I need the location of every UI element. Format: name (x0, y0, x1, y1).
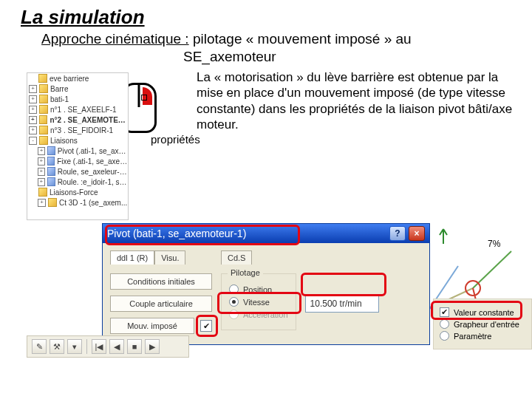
window-title: Pivot (bati-1, se_axemoteur-1) (107, 228, 386, 239)
value-source-group: ✔Valeur constante Grapheur d'entrée Para… (433, 299, 532, 349)
subtitle-line2: SE_axemoteur (183, 49, 276, 65)
pilotage-group: Pilotage Position Vitesse Accélération (221, 273, 296, 330)
help-button[interactable]: ? (389, 226, 406, 241)
pivot-properties-window: Pivot (bati-1, se_axemoteur-1) ? × ddl 1… (102, 223, 430, 345)
svg-text:7%: 7% (488, 239, 501, 249)
subtitle-rest: pilotage « mouvement imposé » au (189, 31, 412, 47)
tree-item[interactable]: +bati-1 (27, 94, 128, 104)
tree-item[interactable]: +Roule, se_axeleur-1, s... (27, 166, 128, 177)
radio-graph[interactable]: Grapheur d'entrée (440, 319, 525, 329)
tree-item[interactable]: +Roule. :e_idoir-1, se_a... (27, 177, 128, 187)
tree-item[interactable]: +n°2 . SE_AXEMOTER-1 (27, 115, 128, 125)
body-paragraph: La « motorisation » du lève barrière est… (197, 69, 514, 132)
initial-conditions-button[interactable]: Conditions initiales (110, 273, 212, 290)
joint-torque-button[interactable]: Couple articulaire (110, 296, 212, 312)
tree-item[interactable]: eve barriere (27, 73, 128, 83)
toolbar-button-4[interactable]: ◀ (109, 339, 124, 354)
window-titlebar[interactable]: Pivot (bati-1, se_axemoteur-1) ? × (103, 224, 429, 243)
tab-cds[interactable]: Cd.S (221, 250, 252, 265)
tabs: ddl 1 (R) Visu. (110, 250, 212, 265)
imposed-motion-button[interactable]: Mouv. imposé (110, 318, 194, 334)
close-button[interactable]: × (409, 226, 425, 241)
tree-item[interactable]: +Fixe (.ati-1, se_axeelf-1... (27, 156, 128, 166)
pilotage-label: Pilotage (228, 268, 263, 277)
page-title: La simulation (21, 6, 145, 29)
tree-item[interactable]: -Liaisons (27, 135, 128, 146)
toolbar-button-2[interactable]: ▾ (67, 339, 82, 354)
subtitle-underline: Approche cinématique : (41, 31, 189, 47)
highlight-const (431, 301, 522, 320)
context-menu-label: propriétés (151, 133, 200, 146)
toolbar-button-6[interactable]: ▶ (145, 339, 160, 354)
radio-param[interactable]: Paramètre (440, 331, 525, 341)
radio-param-label: Paramètre (454, 332, 491, 341)
tree-item[interactable]: +Ct 3D -1 (se_axem... (27, 197, 128, 208)
toolbar-button-1[interactable]: ⚒ (50, 339, 64, 354)
playback-toolbar: ✎⚒▾|◀◀■▶ (27, 335, 189, 358)
toolbar-button-0[interactable]: ✎ (32, 339, 47, 354)
tab-ddl[interactable]: ddl 1 (R) (110, 250, 154, 265)
toolbar-button-3[interactable]: |◀ (92, 339, 106, 354)
tree-item[interactable]: +Pivot (.ati-1, se_axenp... (27, 146, 128, 156)
radio-graph-label: Grapheur d'entrée (454, 320, 519, 329)
speed-value-field[interactable]: 10.500 tr/min (305, 295, 379, 313)
toolbar-button-5[interactable]: ■ (127, 339, 142, 354)
tree-item[interactable]: Liaisons-Force (27, 187, 128, 197)
tree-item[interactable]: +n°3 . SE_FIDOIR-1 (27, 125, 128, 135)
feature-tree[interactable]: eve barriere+Barre+bati-1+n°1 . SE_AXEEL… (27, 72, 129, 220)
highlight-vitesse (217, 292, 301, 314)
tab-visu[interactable]: Visu. (154, 250, 185, 265)
subtitle: Approche cinématique : pilotage « mouvem… (41, 31, 412, 47)
highlight-value (301, 273, 386, 296)
highlight-checkbox (196, 315, 218, 337)
tree-item[interactable]: +Barre (27, 83, 128, 94)
tree-item[interactable]: +n°1 . SE_AXEELF-1 (27, 104, 128, 115)
